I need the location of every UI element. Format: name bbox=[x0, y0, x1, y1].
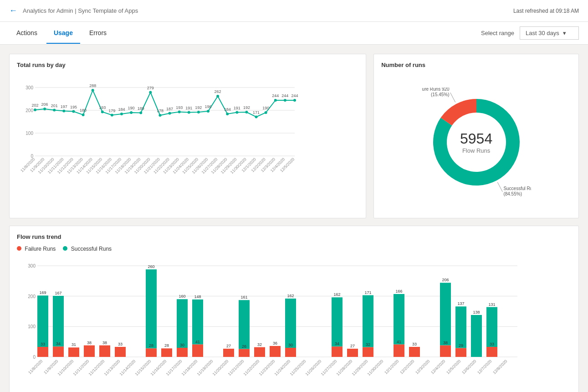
svg-text:160: 160 bbox=[179, 294, 185, 299]
svg-text:202: 202 bbox=[31, 103, 38, 108]
svg-text:12/4/2020: 12/4/2020 bbox=[430, 359, 446, 375]
svg-point-56 bbox=[188, 111, 190, 114]
svg-text:30: 30 bbox=[180, 343, 184, 347]
svg-text:300: 300 bbox=[28, 263, 36, 268]
svg-text:200: 200 bbox=[26, 108, 33, 113]
svg-text:171: 171 bbox=[364, 290, 371, 295]
back-button[interactable]: ← bbox=[9, 6, 17, 15]
tab-bar: Actions Usage Errors Select range Last 3… bbox=[0, 22, 588, 45]
svg-text:12/8/2020: 12/8/2020 bbox=[492, 359, 508, 375]
svg-text:244: 244 bbox=[291, 93, 298, 98]
svg-text:244: 244 bbox=[272, 93, 279, 98]
svg-text:187: 187 bbox=[166, 107, 173, 111]
svg-text:0: 0 bbox=[33, 355, 36, 360]
svg-rect-194 bbox=[440, 346, 451, 357]
line-chart-card: Total runs by day 010020030020211/8/2020… bbox=[9, 54, 366, 218]
svg-text:189: 189 bbox=[138, 106, 144, 111]
svg-point-77 bbox=[255, 116, 258, 119]
svg-text:193: 193 bbox=[99, 105, 106, 110]
line-chart-svg: 010020030020211/8/202020611/9/202020111/… bbox=[17, 74, 299, 192]
svg-text:33: 33 bbox=[41, 342, 45, 346]
svg-point-14 bbox=[53, 109, 56, 112]
svg-point-89 bbox=[293, 99, 296, 102]
svg-text:279: 279 bbox=[147, 86, 154, 90]
top-bar: ← Analytics for Admin | Sync Template of… bbox=[0, 0, 588, 22]
failure-legend-item: Failure Runs bbox=[17, 246, 56, 252]
svg-text:262: 262 bbox=[215, 89, 221, 94]
svg-text:300: 300 bbox=[26, 85, 33, 90]
svg-rect-199 bbox=[455, 348, 466, 357]
svg-text:27: 27 bbox=[226, 344, 231, 348]
svg-text:33: 33 bbox=[118, 342, 123, 346]
svg-text:34: 34 bbox=[335, 341, 339, 346]
svg-rect-139 bbox=[177, 348, 188, 357]
donut-container: Successful Runs 5034(84.55%)Failure Runs… bbox=[381, 74, 571, 211]
donut-label: Flow Runs bbox=[460, 147, 492, 154]
tab-errors[interactable]: Errors bbox=[82, 23, 114, 44]
svg-text:184: 184 bbox=[224, 107, 231, 112]
svg-point-71 bbox=[235, 111, 238, 114]
tab-actions[interactable]: Actions bbox=[9, 23, 45, 44]
svg-rect-192 bbox=[440, 283, 451, 345]
svg-text:11/12/2020: 11/12/2020 bbox=[87, 359, 105, 377]
page-title: Analytics for Admin | Sync Template of A… bbox=[23, 7, 138, 14]
svg-text:166: 166 bbox=[395, 289, 402, 294]
svg-text:38: 38 bbox=[443, 340, 448, 345]
line-chart-container: 010020030020211/8/202020611/9/202020111/… bbox=[17, 74, 358, 201]
svg-text:11/25/2020: 11/25/2020 bbox=[289, 359, 307, 377]
svg-text:11/26/2020: 11/26/2020 bbox=[304, 359, 322, 377]
svg-rect-106 bbox=[37, 295, 48, 347]
svg-text:11/8/2020: 11/8/2020 bbox=[27, 359, 43, 375]
svg-rect-156 bbox=[254, 347, 265, 357]
svg-point-74 bbox=[245, 111, 248, 113]
svg-text:161: 161 bbox=[240, 295, 247, 299]
svg-rect-134 bbox=[161, 348, 172, 357]
svg-text:180: 180 bbox=[80, 108, 87, 113]
svg-text:171: 171 bbox=[253, 110, 260, 115]
svg-text:288: 288 bbox=[89, 83, 96, 88]
line-chart-title: Total runs by day bbox=[17, 62, 358, 68]
range-dropdown[interactable]: Last 30 days ▾ bbox=[520, 26, 579, 40]
svg-rect-153 bbox=[239, 349, 250, 357]
svg-text:41: 41 bbox=[195, 340, 200, 344]
svg-point-68 bbox=[226, 113, 229, 115]
svg-text:12/7/2020: 12/7/2020 bbox=[476, 359, 492, 375]
svg-text:11/11/2020: 11/11/2020 bbox=[72, 359, 90, 377]
svg-text:169: 169 bbox=[39, 290, 46, 295]
svg-rect-151 bbox=[239, 300, 250, 349]
svg-point-53 bbox=[178, 111, 181, 113]
svg-text:190: 190 bbox=[128, 106, 135, 110]
svg-rect-113 bbox=[53, 346, 64, 357]
svg-text:28: 28 bbox=[164, 343, 169, 348]
svg-rect-131 bbox=[146, 348, 157, 357]
svg-rect-122 bbox=[99, 346, 110, 357]
svg-text:190: 190 bbox=[262, 106, 269, 110]
svg-text:27: 27 bbox=[350, 344, 355, 348]
svg-text:11/10/2020: 11/10/2020 bbox=[56, 359, 74, 377]
svg-text:11/20/2020: 11/20/2020 bbox=[211, 359, 229, 377]
donut-total: 5954 bbox=[460, 130, 492, 147]
svg-rect-202 bbox=[471, 315, 482, 357]
svg-text:137: 137 bbox=[457, 301, 464, 306]
svg-text:11/18/2020: 11/18/2020 bbox=[180, 359, 198, 377]
svg-text:(15.45%): (15.45%) bbox=[431, 92, 450, 97]
svg-rect-108 bbox=[37, 347, 48, 357]
svg-point-23 bbox=[82, 113, 85, 116]
svg-line-92 bbox=[497, 182, 502, 192]
svg-text:34: 34 bbox=[56, 341, 61, 346]
svg-text:Failure Runs 920: Failure Runs 920 bbox=[422, 88, 450, 92]
svg-text:11/30/2020: 11/30/2020 bbox=[366, 359, 384, 377]
success-legend-label: Successful Runs bbox=[71, 246, 112, 252]
svg-text:11/9/2020: 11/9/2020 bbox=[43, 359, 59, 375]
svg-text:32: 32 bbox=[257, 342, 262, 347]
svg-text:11/16/2020: 11/16/2020 bbox=[149, 359, 167, 377]
main-content: Total runs by day 010020030020211/8/2020… bbox=[0, 45, 588, 392]
tab-usage[interactable]: Usage bbox=[46, 23, 80, 44]
svg-text:206: 206 bbox=[442, 278, 449, 282]
svg-text:260: 260 bbox=[148, 264, 154, 269]
svg-rect-197 bbox=[455, 306, 466, 348]
svg-text:28: 28 bbox=[149, 343, 153, 348]
bar-chart-title: Flow runs trend bbox=[17, 233, 571, 240]
svg-text:138: 138 bbox=[473, 310, 480, 315]
svg-text:148: 148 bbox=[194, 294, 201, 299]
